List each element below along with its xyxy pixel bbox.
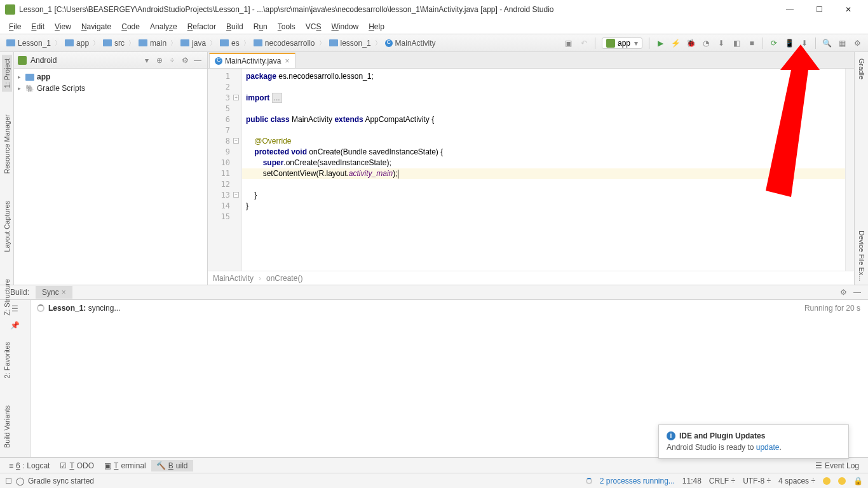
tool-window-button[interactable]: 🔨 Build [151,460,193,471]
bottom-tool-windows: ≡ 6: Logcat☑ TODO▣ Terminal🔨 Build ☰ Eve… [0,458,868,473]
right-tab-gradle[interactable]: Gradle [857,55,867,83]
tool-window-button[interactable]: ≡ 6: Logcat [4,460,55,471]
right-tab-device-file-explorer[interactable]: Device File Ex... [857,227,867,285]
tree-item[interactable]: ▸app [18,71,203,83]
memory-indicator-icon[interactable] [838,477,846,485]
tool-window-button[interactable]: ☑ TODO [55,460,99,471]
make-project-icon[interactable]: ▣ [562,36,576,50]
event-log-button[interactable]: ☰ Event Log [810,460,864,471]
left-tab[interactable]: Build Variants [2,402,12,452]
left-tab[interactable]: 2: Favorites [2,338,12,382]
build-hide-icon[interactable]: — [850,285,864,299]
menu-window[interactable]: Window [327,21,362,32]
debug-icon[interactable]: 🐞 [684,36,698,50]
sync-tab[interactable]: Sync× [36,286,72,299]
processes-link[interactable]: 2 processes running... [600,477,675,485]
attach-debugger-icon[interactable]: ⬇ [714,36,728,50]
breadcrumb-item[interactable]: es [217,37,242,49]
crumb-class[interactable]: MainActivity [213,274,254,283]
left-tab[interactable]: Resource Manager [2,111,12,178]
breadcrumb-item[interactable]: Lesson_1 [4,37,53,49]
collapse-icon[interactable]: ÷ [166,55,178,66]
breadcrumb-item[interactable]: app [62,37,92,49]
menu-tools[interactable]: Tools [274,21,299,32]
editor-content[interactable]: package es.necodesarrollo.lesson_1;impor… [242,69,845,271]
back-icon[interactable]: ↶ [577,36,591,50]
coverage-icon[interactable]: ◧ [729,36,743,50]
menu-run[interactable]: Run [250,21,271,32]
right-tool-strip: Gradle Device File Ex... [854,52,868,285]
breadcrumb-item[interactable]: main [136,37,169,49]
android-icon [606,39,615,48]
editor-tab[interactable]: MainActivity.java × [209,53,295,68]
menu-help[interactable]: Help [365,21,388,32]
profile-icon[interactable]: ◔ [699,36,713,50]
tool-window-toggle-icon[interactable]: ☐ [5,477,12,485]
close-tab-icon[interactable]: × [285,57,289,65]
sync-gradle-icon[interactable]: ⟳ [767,36,781,50]
menu-analyze[interactable]: Analyze [146,21,181,32]
project-structure-icon[interactable]: ▦ [835,36,849,50]
menu-edit[interactable]: Edit [27,21,48,32]
line-separator[interactable]: CRLF ÷ [709,477,735,485]
stop-icon[interactable]: ■ [745,36,759,50]
android-icon [18,56,27,65]
indent-setting[interactable]: 4 spaces ÷ [778,477,815,485]
build-gear-icon[interactable]: ⚙ [836,285,850,299]
tool-window-button[interactable]: ▣ Terminal [99,460,151,471]
close-icon[interactable]: × [62,288,66,297]
menu-vcs[interactable]: VCS [302,21,325,32]
notification-popup[interactable]: iIDE and Plugin Updates Android Studio i… [658,424,849,459]
run-icon[interactable]: ▶ [653,36,667,50]
apply-changes-icon[interactable]: ⚡ [668,36,682,50]
breadcrumb-item[interactable]: java [178,37,208,49]
inspection-ok-icon[interactable] [823,477,831,485]
menu-code[interactable]: Code [118,21,144,32]
left-tab[interactable]: Z: Structure [2,275,12,319]
update-link[interactable]: update [756,443,780,452]
settings-icon[interactable]: ⚙ [850,36,864,50]
gutter[interactable]: 123+5678−910111213−1415 [208,69,242,271]
editor-tabbar: MainActivity.java × [208,52,854,69]
notification-title: IDE and Plugin Updates [679,431,765,440]
crumb-method[interactable]: onCreate() [266,274,302,283]
code-area[interactable]: 123+5678−910111213−1415 package es.necod… [208,69,854,271]
menu-view[interactable]: View [51,21,75,32]
sdk-manager-icon[interactable]: ⬇ [797,36,811,50]
chevron-down-icon[interactable]: ▾ [145,56,149,65]
cursor-position[interactable]: 11:48 [682,477,702,485]
pin-icon[interactable]: 📌 [9,319,22,332]
statusbar: ☐ ◯ Gradle sync started 2 processes runn… [0,473,868,488]
tree-item[interactable]: ▸Gradle Scripts [18,83,203,94]
avd-manager-icon[interactable]: 📱 [782,36,796,50]
breadcrumb-item[interactable]: MainActivity [383,37,438,49]
maximize-button[interactable]: ☐ [804,0,834,19]
menu-file[interactable]: File [5,21,25,32]
status-message: Gradle sync started [28,477,94,485]
editor-scrollbar[interactable] [845,69,854,271]
project-view-label[interactable]: Android [31,56,145,65]
breadcrumb-item[interactable]: src [100,37,127,49]
breadcrumb-item[interactable]: necodesarrollo [251,37,318,49]
menu-refactor[interactable]: Refactor [184,21,220,32]
project-tree[interactable]: ▸app▸Gradle Scripts [14,69,207,97]
run-config-selector[interactable]: app ▾ [602,37,642,49]
minimize-button[interactable]: — [775,0,804,19]
menubar: File Edit View Navigate Code Analyze Ref… [0,19,868,34]
hide-icon[interactable]: — [192,55,203,66]
breadcrumb-item[interactable]: lesson_1 [327,37,374,49]
info-icon: i [667,431,675,440]
left-tab[interactable]: 1: Project [2,55,12,92]
left-tool-strip: 1: ProjectResource ManagerLayout Capture… [0,52,14,285]
file-encoding[interactable]: UTF-8 ÷ [743,477,771,485]
menu-navigate[interactable]: Navigate [78,21,115,32]
close-button[interactable]: ✕ [834,0,863,19]
target-icon[interactable]: ⊕ [154,55,165,66]
notification-body: Android Studio is ready to update. [667,443,841,452]
menu-build[interactable]: Build [222,21,247,32]
left-tab[interactable]: Layout Captures [2,197,12,256]
window-title: Lesson_1 [C:\Users\BEASERGEY\AndroidStud… [19,5,775,14]
search-everywhere-icon[interactable]: 🔍 [820,36,834,50]
gear-icon[interactable]: ⚙ [179,55,191,66]
lock-icon[interactable]: 🔒 [853,477,863,485]
